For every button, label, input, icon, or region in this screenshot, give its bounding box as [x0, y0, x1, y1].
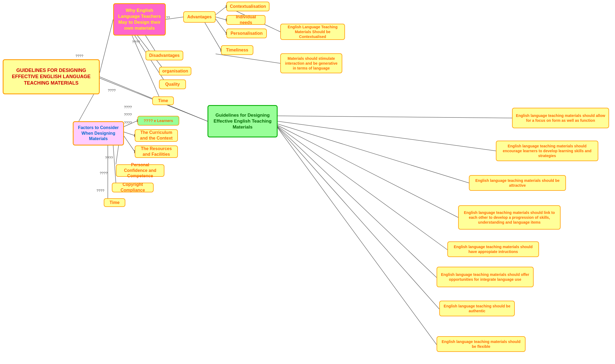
svg-line-16	[132, 36, 159, 96]
factors-node: Factors to Consider When Designing Mater…	[73, 121, 124, 145]
advantages-node: Advantages	[183, 11, 216, 23]
svg-line-25	[113, 145, 116, 183]
curriculum-node: The Curriculum and the Context	[135, 129, 178, 142]
timeliness-node: Timeliness	[221, 45, 253, 55]
svg-line-0	[100, 19, 113, 73]
learners-node: ???? e Learners	[137, 116, 179, 126]
quality-node: Quality	[159, 79, 186, 89]
q-label-9: ????	[100, 171, 108, 175]
svg-line-34	[278, 128, 437, 345]
r-integrate-node: English language teaching materials shou…	[437, 267, 534, 287]
q-label-5: ????	[124, 105, 132, 109]
q-label-3: ????	[75, 54, 83, 58]
svg-line-27	[278, 116, 512, 118]
svg-line-24	[116, 145, 119, 164]
contextualisation-node: Contextualisation	[226, 2, 270, 11]
organisation-node: organisation	[159, 67, 191, 75]
r-flexible-node: English language teaching materials shou…	[437, 336, 526, 352]
disadvantages-node: Disadvantages	[146, 51, 183, 60]
svg-line-28	[278, 121, 496, 151]
svg-line-29	[278, 124, 469, 183]
main-node: GUIDELINES FOR DESIGNING EFFECTIVE ENGLI…	[3, 59, 100, 94]
r-focus-form-node: English language teaching materials shou…	[512, 108, 609, 128]
q-label-7: ????	[124, 121, 132, 125]
svg-line-33	[278, 127, 439, 309]
q-label-6: ????	[124, 113, 132, 117]
q-label-2: ????	[132, 40, 140, 44]
guidelines-green-node: Guidelines for Designing Effective Engli…	[208, 105, 278, 137]
q-label-1: ??	[166, 16, 170, 20]
svg-line-11	[205, 23, 221, 50]
time-top-node: Time	[152, 96, 174, 105]
svg-line-9	[216, 19, 226, 33]
resources-node: The Resources and Facilities	[135, 145, 178, 158]
r-authentic-node: English language teaching should be auth…	[439, 301, 515, 316]
svg-line-31	[278, 126, 447, 250]
svg-line-30	[278, 125, 458, 217]
personalisation-node: Personalisation	[226, 29, 267, 38]
svg-line-22	[124, 136, 135, 152]
time-bottom-node: Time	[104, 198, 125, 207]
svg-line-13	[146, 36, 155, 51]
svg-line-36	[216, 54, 280, 63]
r-contextualised-node: English Language Teaching Materials Shou…	[280, 24, 345, 40]
svg-line-5	[216, 6, 226, 15]
why-node: Why English Language Teachers May to Des…	[113, 3, 166, 36]
svg-line-32	[278, 127, 437, 278]
copyright-node: Copyright Compliance	[112, 183, 154, 192]
r-stimulate-node: Materials should stimulate interaction a…	[280, 53, 342, 73]
individual-needs-node: Individual needs	[226, 15, 265, 25]
svg-line-7	[216, 17, 226, 20]
r-attractive-node: English language teaching materials shou…	[469, 175, 566, 191]
confidence-node: Personal Confidence and Competence	[116, 164, 164, 177]
q-label-4: ????	[108, 88, 116, 92]
q-label-10: ????	[96, 189, 104, 193]
svg-line-20	[124, 132, 135, 136]
r-develop-skills-node: English language teaching materials shou…	[496, 141, 598, 161]
r-link-node: English language teaching materials shou…	[458, 205, 561, 230]
r-instructions-node: English language teaching materials shou…	[447, 241, 539, 257]
q-label-8: ????	[105, 156, 113, 160]
